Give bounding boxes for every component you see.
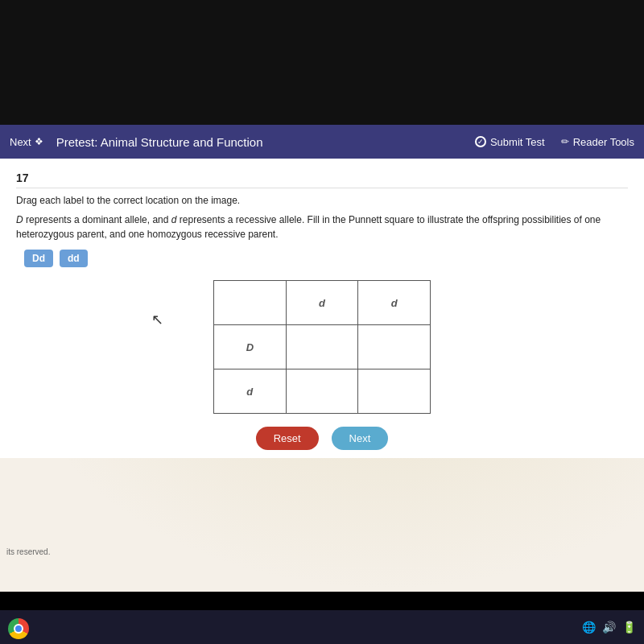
description-text: D represents a dominant allele, and d re… bbox=[16, 213, 628, 242]
cursor-indicator: ↖ bbox=[151, 311, 163, 328]
punnett-row-d: d bbox=[214, 369, 431, 414]
taskbar-right: 🌐 🔊 🔋 bbox=[582, 621, 636, 634]
option-dd-dominant[interactable]: Dd bbox=[24, 250, 53, 267]
option-dd-recessive[interactable]: dd bbox=[60, 250, 88, 267]
submit-label: Submit Test bbox=[490, 136, 545, 148]
chrome-icon[interactable] bbox=[8, 618, 29, 639]
reader-tools-button[interactable]: ✏ Reader Tools bbox=[561, 136, 634, 148]
nav-title: Pretest: Animal Structure and Function bbox=[56, 135, 263, 149]
punnett-row-header-D: D bbox=[214, 325, 287, 369]
content-area: 17 Drag each label to the correct locati… bbox=[0, 159, 644, 458]
copyright-text: its reserved. bbox=[6, 547, 50, 556]
question-number: 17 bbox=[16, 167, 628, 188]
button-row: Reset Next bbox=[16, 427, 628, 450]
chrome-inner-icon bbox=[14, 624, 23, 634]
volume-icon: 🔊 bbox=[602, 621, 616, 634]
punnett-row-D: D bbox=[214, 325, 431, 369]
punnett-header-d2: d bbox=[358, 281, 431, 325]
nav-arrow-icon: ❖ bbox=[35, 136, 43, 147]
punnett-header-d1: d bbox=[286, 281, 358, 325]
chrome-icon-container bbox=[8, 618, 29, 639]
nav-next[interactable]: Next ❖ bbox=[10, 136, 43, 148]
main-area: Next ❖ Pretest: Animal Structure and Fun… bbox=[0, 125, 644, 592]
submit-check-icon: ✓ bbox=[475, 136, 486, 147]
punnett-cell-D-d1[interactable] bbox=[286, 325, 358, 369]
nav-bar: Next ❖ Pretest: Animal Structure and Fun… bbox=[0, 125, 644, 159]
punnett-row-header-d: d bbox=[214, 369, 287, 414]
reader-label: Reader Tools bbox=[573, 136, 634, 148]
next-nav-label: Next bbox=[10, 136, 31, 148]
options-row: Dd dd bbox=[24, 250, 628, 267]
punnett-container: ↖ d d D bbox=[16, 280, 628, 414]
nav-right: ✓ Submit Test ✏ Reader Tools bbox=[475, 136, 634, 148]
network-icon: 🌐 bbox=[582, 621, 596, 634]
punnett-header-row: d d bbox=[214, 281, 431, 325]
punnett-cell-D-d2[interactable] bbox=[358, 325, 431, 369]
punnett-cell-d-d2[interactable] bbox=[358, 369, 431, 414]
black-top-bar bbox=[0, 0, 644, 125]
desc-text-2: represents a dominant allele, and bbox=[23, 214, 171, 225]
next-button[interactable]: Next bbox=[332, 427, 389, 450]
reset-button[interactable]: Reset bbox=[256, 427, 319, 450]
punnett-table: d d D d bbox=[213, 280, 431, 414]
desc-d-dominant: D bbox=[16, 214, 23, 225]
reader-icon: ✏ bbox=[561, 136, 569, 147]
battery-icon: 🔋 bbox=[622, 621, 636, 634]
instruction-text: Drag each label to the correct location … bbox=[16, 195, 628, 206]
submit-test-button[interactable]: ✓ Submit Test bbox=[475, 136, 545, 148]
punnett-cell-d-d1[interactable] bbox=[286, 369, 358, 414]
punnett-cell-top-left bbox=[214, 281, 287, 325]
screen: Next ❖ Pretest: Animal Structure and Fun… bbox=[0, 0, 644, 644]
content-wrapper: 17 Drag each label to the correct locati… bbox=[0, 159, 644, 458]
taskbar: 🌐 🔊 🔋 bbox=[0, 610, 644, 644]
